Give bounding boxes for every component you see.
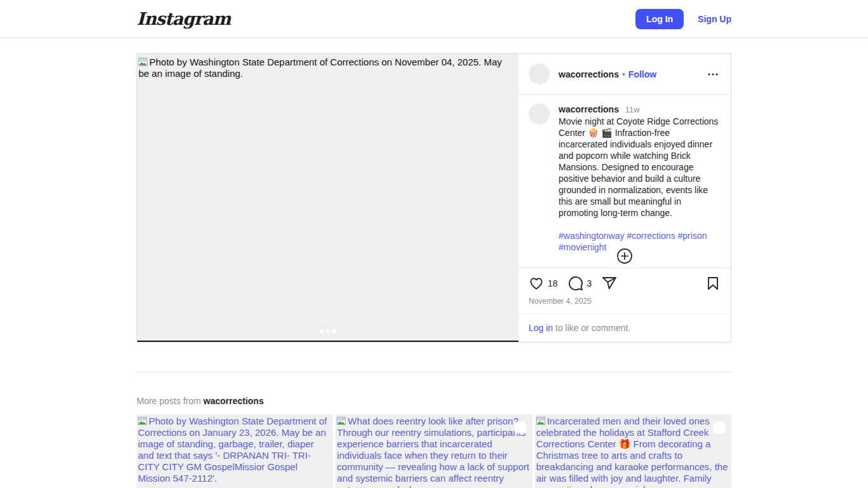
- more-posts-grid: Photo by Washington State Department of …: [137, 414, 731, 488]
- post-article: Photo by Washington State Department of …: [137, 53, 731, 342]
- follow-button[interactable]: Follow: [628, 69, 656, 79]
- separator-dot: •: [622, 69, 625, 79]
- carousel-dot[interactable]: [326, 329, 330, 333]
- post-thumbnail[interactable]: Photo by Washington State Department of …: [137, 414, 333, 488]
- comment-icon[interactable]: [568, 276, 583, 291]
- action-row: 18 3: [529, 276, 721, 291]
- avatar[interactable]: [529, 64, 550, 85]
- login-prompt: Log in to like or comment.: [519, 313, 731, 342]
- post-image-alt-text: Photo by Washington State Department of …: [137, 54, 519, 79]
- more-options-icon[interactable]: [705, 67, 721, 82]
- post-detail-panel: wacorrections • Follow wacorrections 11w…: [519, 54, 731, 342]
- thumbnail-alt-text: What does reentry look like after prison…: [337, 416, 529, 488]
- comment-count: 3: [587, 278, 592, 288]
- more-posts-heading: More posts from wacorrections: [137, 396, 731, 406]
- caption-hashtags[interactable]: #washingtonway #corrections #prison #mov…: [559, 230, 721, 253]
- log-in-link[interactable]: Log in: [529, 323, 553, 333]
- section-divider: [137, 372, 731, 372]
- broken-image-icon: [536, 417, 545, 425]
- more-posts-username-link[interactable]: wacorrections: [203, 396, 264, 406]
- carousel-dots[interactable]: [320, 329, 336, 333]
- thumbnail-alt-text: Photo by Washington State Department of …: [138, 416, 327, 484]
- top-navigation: Instagram Log In Sign Up: [0, 0, 868, 38]
- caption-timestamp: 11w: [625, 105, 640, 114]
- caption-body: wacorrections 11w Movie night at Coyote …: [559, 104, 721, 253]
- avatar[interactable]: [529, 104, 550, 125]
- nav-actions: Log In Sign Up: [635, 9, 731, 29]
- username-link[interactable]: wacorrections: [559, 69, 619, 79]
- load-more-comments-icon[interactable]: [616, 248, 633, 264]
- post-thumbnail[interactable]: What does reentry look like after prison…: [336, 414, 532, 488]
- post-header: wacorrections • Follow: [519, 54, 731, 95]
- instagram-logo[interactable]: Instagram: [137, 9, 231, 29]
- post-thumbnail[interactable]: Incarcerated men and their loved ones ce…: [535, 414, 731, 488]
- action-bar: 18 3 November 4, 2025: [519, 268, 731, 313]
- more-posts-section: More posts from wacorrections Photo by W…: [137, 396, 731, 488]
- more-posts-prefix: More posts from: [137, 396, 203, 406]
- carousel-icon: [515, 422, 526, 433]
- carousel-dot[interactable]: [332, 329, 336, 333]
- carousel-dot[interactable]: [320, 329, 323, 333]
- sign-up-link[interactable]: Sign Up: [698, 14, 731, 24]
- caption-comment: wacorrections 11w Movie night at Coyote …: [529, 104, 721, 253]
- thumbnail-alt-text: Incarcerated men and their loved ones ce…: [536, 416, 728, 488]
- broken-image-icon: [138, 417, 147, 425]
- log-in-button[interactable]: Log In: [635, 9, 684, 29]
- login-prompt-text: to like or comment.: [553, 323, 630, 333]
- post-date: November 4, 2025: [529, 297, 721, 306]
- post-media: Photo by Washington State Department of …: [137, 54, 519, 342]
- comments-section: wacorrections 11w Movie night at Coyote …: [519, 95, 731, 268]
- caption-username[interactable]: wacorrections: [559, 104, 619, 114]
- save-icon[interactable]: [705, 276, 721, 291]
- share-icon[interactable]: [602, 276, 617, 291]
- broken-image-icon: [337, 417, 346, 425]
- caption-text: Movie night at Coyote Ridge Corrections …: [559, 116, 721, 219]
- carousel-icon: [714, 422, 725, 433]
- broken-image-icon: [139, 58, 147, 66]
- like-count: 18: [548, 278, 558, 288]
- like-icon[interactable]: [529, 276, 544, 291]
